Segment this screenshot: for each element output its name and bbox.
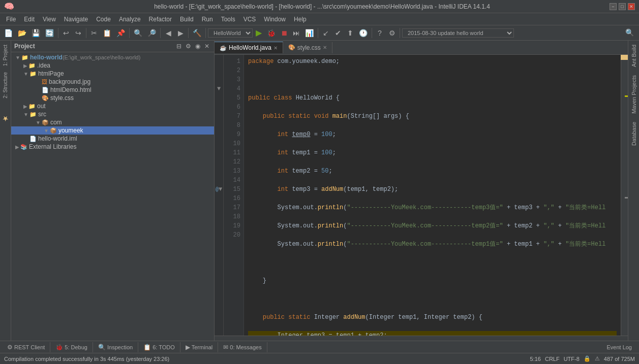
cut-button[interactable]: ✂ [88, 28, 100, 38]
line-num-4: 4 [226, 84, 240, 93]
line-ending-type[interactable]: CRLF [545, 356, 560, 362]
menu-tools[interactable]: Tools [217, 15, 239, 24]
tree-item-htmlpage[interactable]: ▼ 📁 htmlPage [11, 70, 214, 78]
project-tab[interactable]: 1: Project [2, 43, 9, 68]
tab-helloworld-java[interactable]: ☕ HelloWorld.java ✕ [215, 42, 283, 53]
tree-item-idea[interactable]: ▶ 📁 .idea [11, 61, 214, 70]
synchronize-button[interactable]: 🔄 [43, 28, 56, 38]
tree-item-src[interactable]: ▼ 📁 src [11, 110, 214, 118]
vcs-history-button[interactable]: 🕐 [357, 28, 370, 38]
compilation-bar: Compilation completed successfully in 3s… [0, 353, 639, 364]
resume-button[interactable]: ⏭ [291, 28, 302, 38]
menu-code[interactable]: Code [92, 15, 115, 24]
package-icon: 📦 [42, 119, 49, 126]
menu-help[interactable]: Help [290, 15, 311, 24]
menu-view[interactable]: View [39, 15, 60, 24]
paste-button[interactable]: 📌 [114, 28, 127, 38]
project-collapse-all[interactable]: ⊟ [175, 42, 183, 50]
todo-tab[interactable]: 📋 6: TODO [138, 342, 180, 352]
tree-item-css[interactable]: 🎨 style.css [11, 94, 214, 102]
tab-close-helloworld[interactable]: ✕ [273, 45, 278, 51]
gutter-line-14 [215, 176, 223, 185]
menu-file[interactable]: File [2, 15, 20, 24]
terminal-tab[interactable]: ▶ Terminal [180, 342, 219, 352]
redo-button[interactable]: ↪ [73, 28, 84, 38]
fold-icon-method2[interactable]: ▼ [219, 186, 222, 193]
messages-tab[interactable]: ✉ 0: Messages [218, 342, 267, 352]
tab-style-css[interactable]: 🎨 style.css ✕ [283, 42, 332, 53]
coverage-button[interactable]: 📊 [303, 28, 316, 38]
project-settings[interactable]: ⚙ [184, 42, 193, 50]
database-tab[interactable]: Database [629, 118, 638, 150]
right-scrollbar[interactable] [621, 55, 628, 336]
replace-button[interactable]: 🔎 [145, 28, 158, 38]
tree-item-out[interactable]: ▶ 📁 out [11, 102, 214, 110]
vcs-update-button[interactable]: ↙ [320, 28, 331, 38]
code-editor[interactable]: ▼ @ ▼ [215, 55, 628, 336]
tab-close-css[interactable]: ✕ [323, 45, 327, 50]
menu-window[interactable]: Window [260, 15, 290, 24]
ant-build-tab[interactable]: Ant Build [629, 41, 638, 71]
run-config-select[interactable]: HelloWorld [208, 28, 253, 38]
gutter-line-3 [215, 75, 223, 84]
tree-item-ext-libs[interactable]: ▶ 📚 External Libraries [11, 143, 214, 151]
gutter-line-8 [215, 121, 223, 130]
tree-item-youmeek[interactable]: ▼ 📦 youmeek [11, 126, 214, 135]
todo-label: 6: TODO [153, 344, 175, 350]
stop-button[interactable]: ⏹ [279, 28, 290, 38]
vcs-commit-message[interactable]: 2015-08-30 update hello world [402, 28, 514, 38]
menu-vcs[interactable]: VCS [239, 15, 260, 24]
menu-refactor[interactable]: Refactor [145, 15, 176, 24]
event-log-label: Event Log [606, 344, 632, 350]
search-button[interactable]: 🔍 [132, 28, 144, 38]
tree-arrow: ▼ [23, 112, 28, 117]
run-button[interactable]: ▶ [254, 27, 264, 39]
code-line-3: public class HelloWorld { [248, 93, 617, 103]
copy-button[interactable]: 📋 [101, 28, 113, 38]
settings-button[interactable]: ⚙ [386, 28, 398, 38]
menu-analyze[interactable]: Analyze [115, 15, 145, 24]
undo-button[interactable]: ↩ [60, 28, 72, 38]
tree-item-bg-jpg[interactable]: 🖼 background.jpg [11, 78, 214, 86]
tree-item-html[interactable]: 📄 htmlDemo.html [11, 86, 214, 94]
global-search-icon[interactable]: 🔍 [622, 27, 637, 38]
forward-button[interactable]: ▶ [175, 28, 186, 38]
code-content[interactable]: package com.youmeek.demo; public class H… [244, 55, 621, 336]
rest-client-tab[interactable]: ⚙ REST Client [2, 342, 50, 352]
debug-button[interactable]: 🐞 [265, 28, 278, 38]
project-scope[interactable]: ◉ [194, 42, 202, 50]
menu-navigate[interactable]: Navigate [60, 15, 92, 24]
back-button[interactable]: ◀ [163, 28, 174, 38]
project-close[interactable]: ✕ [203, 42, 211, 50]
save-all-button[interactable]: 💾 [29, 28, 42, 38]
project-panel: Project ⊟ ⚙ ◉ ✕ ▼ 📁 hello-world (E:\git_… [11, 41, 215, 341]
left-side-tabs: 1: Project 2: Structure ★ [0, 41, 11, 341]
open-button[interactable]: 📂 [16, 28, 28, 38]
charset-label[interactable]: UTF-8 [564, 356, 580, 362]
favorites-tab[interactable]: ★ [1, 113, 11, 125]
menu-build[interactable]: Build [176, 15, 198, 24]
fold-icon[interactable]: ▼ [217, 85, 221, 92]
event-log-tab[interactable]: Event Log [601, 343, 637, 352]
help-button[interactable]: ? [374, 28, 385, 38]
structure-tab[interactable]: 2: Structure [2, 70, 9, 101]
editor-hscroll[interactable] [215, 336, 628, 341]
build-button[interactable]: 🔨 [191, 28, 203, 38]
new-file-button[interactable]: 📄 [2, 28, 15, 38]
maven-projects-tab[interactable]: Maven Projects [629, 71, 638, 118]
tree-item-com[interactable]: ▼ 📦 com [11, 118, 214, 126]
menu-edit[interactable]: Edit [20, 15, 39, 24]
debug-tab[interactable]: 🐞 5: Debug [50, 342, 93, 352]
minimize-button[interactable]: − [610, 3, 617, 10]
maximize-button[interactable]: □ [619, 3, 626, 10]
inspection-tab[interactable]: 🔍 Inspection [93, 342, 138, 352]
vcs-push-button[interactable]: ⬆ [345, 28, 356, 38]
todo-icon: 📋 [143, 344, 151, 351]
close-button[interactable]: ✕ [628, 3, 635, 10]
tree-item-iml[interactable]: 📄 hello-world.iml [11, 135, 214, 143]
menu-run[interactable]: Run [198, 15, 217, 24]
editor-area: ☕ HelloWorld.java ✕ 🎨 style.css ✕ ▼ [215, 41, 628, 341]
vcs-commit-button[interactable]: ✔ [332, 28, 344, 38]
tree-item-root[interactable]: ▼ 📁 hello-world (E:\git_work_space\hello… [11, 53, 214, 61]
library-icon: 📚 [20, 144, 27, 150]
